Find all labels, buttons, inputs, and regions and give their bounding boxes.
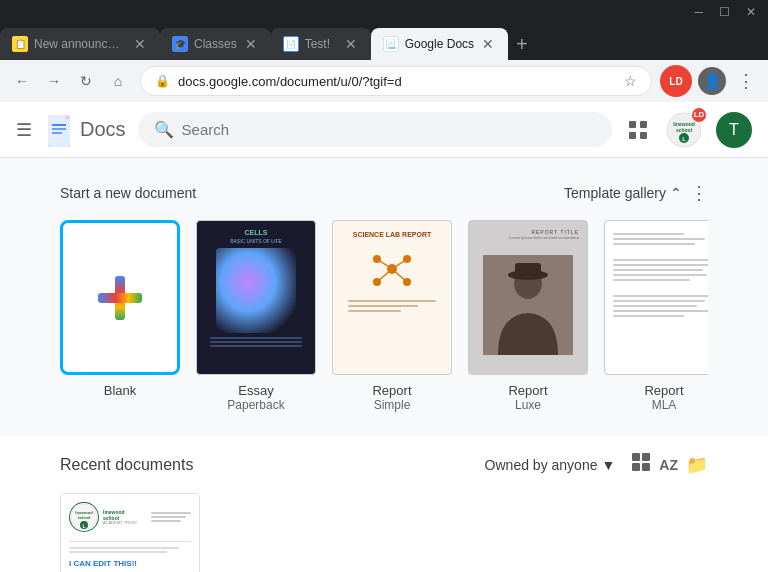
recent-section: Recent documents Owned by anyone ▼ AZ 📁 [0,436,768,572]
tab-test[interactable]: 📄 Test! ✕ [271,28,371,60]
doc-header-info [151,512,191,522]
folder-icon[interactable]: 📁 [686,454,708,476]
svg-rect-7 [629,132,636,139]
svg-rect-28 [632,453,640,461]
tab-classes[interactable]: 🎓 Classes ✕ [160,28,271,60]
user-avatar[interactable]: T [716,112,752,148]
minimize-button[interactable]: ─ [694,5,703,19]
template-report-luxe-thumb: REPORT TITLE Lorem ipsum dolor sit amet … [468,220,588,375]
tab-new-announcement[interactable]: 📋 New announceme... ✕ [0,28,160,60]
doc-logo-image: linewood school L [69,502,99,532]
essay-lines [210,337,302,347]
owned-by-filter[interactable]: Owned by anyone ▼ [485,457,616,473]
maximize-button[interactable]: ☐ [719,5,730,19]
tab-favicon-google-docs: 📃 [383,36,399,52]
recent-title: Recent documents [60,456,469,474]
person-silhouette [483,255,573,355]
doc-school-text: linewood school ACADEMY TRUST [103,509,137,526]
notification-badge: LD [692,108,706,122]
sort-az-icon[interactable]: AZ [659,457,678,473]
template-report-luxe-sublabel: Luxe [515,398,541,412]
template-blank[interactable]: Blank [60,220,180,412]
template-report-simple-thumb: SCIENCE LAB REPORT [332,220,452,375]
report-luxe-image [477,244,579,366]
filter-chevron-icon: ▼ [601,457,615,473]
template-gallery-button[interactable]: Template gallery ⌃ [564,185,682,201]
tab-close-classes[interactable]: ✕ [243,34,259,54]
plus-icon [95,273,145,323]
essay-title-text: CELLS [245,229,268,236]
browser-toolbar: ← → ↻ ⌂ 🔒 docs.google.com/document/u/0/?… [0,60,768,102]
main-content: Start a new document Template gallery ⌃ … [0,158,768,436]
star-icon[interactable]: ☆ [624,73,637,89]
template-report-mla[interactable]: Report MLA [604,220,708,412]
tab-close-test[interactable]: ✕ [343,34,359,54]
chevron-up-icon: ⌃ [670,185,682,201]
svg-text:school: school [676,127,693,133]
doc-blue-heading: I CAN EDIT THIS!! [69,559,191,568]
template-report-luxe[interactable]: REPORT TITLE Lorem ipsum dolor sit amet … [468,220,588,412]
docs-logo-text: Docs [80,118,126,141]
templates-more-icon[interactable]: ⋮ [690,182,708,204]
lock-icon: 🔒 [155,74,170,88]
view-options: AZ 📁 [631,452,708,477]
svg-rect-29 [642,453,650,461]
apps-grid-icon[interactable] [624,116,652,144]
address-text: docs.google.com/document/u/0/?tgif=d [178,74,616,89]
back-button[interactable]: ← [8,67,36,95]
tab-google-docs[interactable]: 📃 Google Docs ✕ [371,28,508,60]
doc-address-lines [69,547,191,553]
tab-favicon-classes: 🎓 [172,36,188,52]
template-essay[interactable]: CELLS BASIC UNITS OF LIFE Essay Paperbac… [196,220,316,412]
svg-rect-27 [515,263,541,277]
new-document-title: Start a new document [60,185,196,201]
grid-view-icon[interactable] [631,452,651,477]
tab-close-announcement[interactable]: ✕ [132,34,148,54]
school-badge[interactable]: linewood school L LD [664,110,704,150]
search-bar[interactable]: 🔍 [138,112,612,147]
svg-rect-8 [640,132,647,139]
template-report-simple[interactable]: SCIENCE LAB REPORT [332,220,452,412]
search-input[interactable] [182,121,596,138]
tab-favicon-announcement: 📋 [12,36,28,52]
essay-content: CELLS BASIC UNITS OF LIFE [197,221,315,374]
ld-badge[interactable]: LD [660,65,692,97]
template-report-mla-thumb [604,220,708,375]
template-essay-sublabel: Paperback [227,398,284,412]
molecule-icon [367,244,417,294]
add-tab-button[interactable]: + [508,29,536,60]
tab-title-google-docs: Google Docs [405,37,474,51]
hamburger-menu[interactable]: ☰ [16,119,32,141]
template-report-mla-sublabel: MLA [652,398,677,412]
close-button[interactable]: ✕ [746,5,756,19]
doc-separator [69,541,191,542]
header-right: linewood school L LD T [624,110,752,150]
report-simple-lines [348,300,436,312]
svg-text:L: L [82,523,85,529]
svg-text:L: L [682,136,686,142]
more-options-icon[interactable]: ⋮ [732,67,760,95]
browser-actions: LD 👤 ⋮ [660,65,760,97]
report-mla-content [605,221,708,374]
recent-doc-card[interactable]: linewood school L linewood school ACADEM… [60,493,200,572]
template-essay-thumb: CELLS BASIC UNITS OF LIFE [196,220,316,375]
template-report-simple-label: Report [372,383,411,398]
template-essay-label: Essay [238,383,273,398]
address-bar[interactable]: 🔒 docs.google.com/document/u/0/?tgif=d ☆ [140,66,652,96]
report-simple-content: SCIENCE LAB REPORT [333,221,451,374]
window-controls-bar: ─ ☐ ✕ [0,0,768,24]
template-blank-label: Blank [104,383,137,398]
home-button[interactable]: ⌂ [104,67,132,95]
account-icon[interactable]: 👤 [698,67,726,95]
essay-subtitle-text: BASIC UNITS OF LIFE [230,238,282,244]
report-luxe-subtitle: Lorem ipsum dolor sit amet consectetur [477,235,579,240]
docs-logo: Docs [44,111,126,149]
forward-button[interactable]: → [40,67,68,95]
reload-button[interactable]: ↻ [72,67,100,95]
filter-label: Owned by anyone [485,457,598,473]
templates-actions: Template gallery ⌃ ⋮ [564,182,708,204]
svg-line-23 [392,269,407,282]
search-icon: 🔍 [154,120,174,139]
tab-close-google-docs[interactable]: ✕ [480,34,496,54]
recent-doc-thumbnail: linewood school L linewood school ACADEM… [61,494,199,572]
